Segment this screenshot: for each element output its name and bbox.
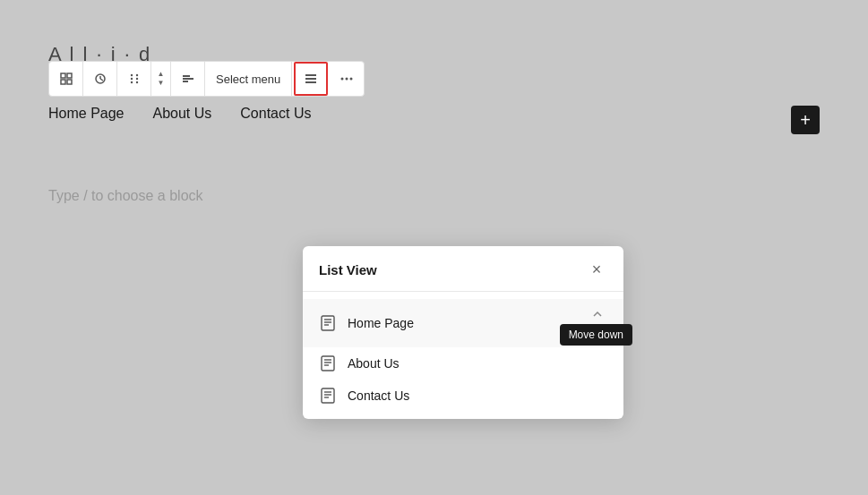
move-down-tooltip: Move down <box>560 324 632 346</box>
list-item-label-2: About Us <box>348 356 607 371</box>
list-item: About Us <box>303 347 623 380</box>
list-item: Contact Us <box>303 380 623 412</box>
move-up-btn-1[interactable] <box>588 306 607 322</box>
modal-title: List View <box>319 262 377 277</box>
page-icon-2 <box>319 354 337 372</box>
svg-rect-30 <box>322 388 334 403</box>
page-icon-1 <box>319 314 337 332</box>
list-item-label-1: Home Page <box>348 316 588 330</box>
modal-header: List View × <box>303 246 623 292</box>
list-view-items: Home Page Move down <box>303 292 623 419</box>
modal-close-btn[interactable]: × <box>586 259 607 280</box>
page-icon-3 <box>319 387 337 405</box>
list-item-label-3: Contact Us <box>348 388 607 403</box>
list-view-modal: List View × Home Page <box>303 246 623 419</box>
row-arrows-1: Move down <box>588 306 607 340</box>
list-item: Home Page Move down <box>303 299 623 347</box>
svg-rect-22 <box>322 316 334 330</box>
svg-rect-26 <box>322 356 334 371</box>
modal-overlay: List View × Home Page <box>0 0 868 495</box>
